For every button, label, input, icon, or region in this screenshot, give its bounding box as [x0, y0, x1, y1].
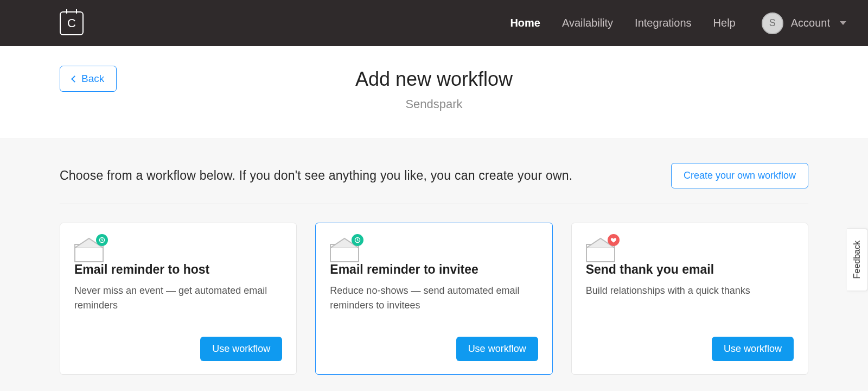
logo-letter: C	[67, 16, 76, 30]
workflow-card-invitee-reminder[interactable]: Email reminder to invitee Reduce no-show…	[315, 223, 552, 375]
use-workflow-button[interactable]: Use workflow	[200, 337, 282, 361]
workflow-card-thank-you[interactable]: Send thank you email Build relationships…	[571, 223, 808, 375]
back-label: Back	[81, 73, 104, 85]
back-button[interactable]: Back	[60, 66, 117, 92]
page-title: Add new workflow	[60, 68, 808, 91]
use-workflow-button[interactable]: Use workflow	[712, 337, 794, 361]
chevron-left-icon	[71, 75, 78, 83]
card-description: Never miss an event — get automated emai…	[74, 283, 282, 313]
clock-icon	[352, 234, 363, 246]
page-header: Back Add new workflow Sendspark	[0, 46, 868, 139]
top-nav: C Home Availability Integrations Help S …	[0, 0, 868, 46]
card-title: Send thank you email	[586, 262, 794, 277]
nav-home[interactable]: Home	[510, 17, 540, 29]
account-label: Account	[791, 17, 830, 29]
envelope-icon	[330, 237, 359, 262]
envelope-icon	[586, 237, 615, 262]
workflow-card-host-reminder[interactable]: Email reminder to host Never miss an eve…	[60, 223, 297, 375]
create-own-workflow-button[interactable]: Create your own workflow	[671, 163, 808, 188]
card-description: Build relationships with a quick thanks	[586, 283, 794, 298]
app-logo[interactable]: C	[60, 11, 84, 35]
nav-integrations[interactable]: Integrations	[635, 17, 692, 29]
nav-help[interactable]: Help	[713, 17, 736, 29]
avatar: S	[762, 12, 783, 34]
divider	[60, 204, 808, 204]
clock-icon	[96, 234, 108, 246]
feedback-tab[interactable]: Feedback	[847, 228, 868, 291]
page-subtitle: Sendspark	[60, 97, 808, 111]
heart-icon	[608, 234, 620, 246]
envelope-icon	[74, 237, 104, 262]
workflow-cards: Email reminder to host Never miss an eve…	[60, 223, 808, 375]
content-area: Choose from a workflow below. If you don…	[0, 139, 868, 391]
avatar-initial: S	[769, 17, 776, 29]
chevron-down-icon	[840, 21, 846, 25]
card-title: Email reminder to invitee	[330, 262, 538, 277]
prompt-text: Choose from a workflow below. If you don…	[60, 168, 572, 183]
card-description: Reduce no-shows — send automated email r…	[330, 283, 538, 313]
use-workflow-button[interactable]: Use workflow	[456, 337, 538, 361]
nav-availability[interactable]: Availability	[562, 17, 613, 29]
account-menu[interactable]: S Account	[762, 12, 846, 34]
content-head: Choose from a workflow below. If you don…	[60, 163, 808, 188]
nav-links: Home Availability Integrations Help	[510, 17, 735, 29]
card-title: Email reminder to host	[74, 262, 282, 277]
